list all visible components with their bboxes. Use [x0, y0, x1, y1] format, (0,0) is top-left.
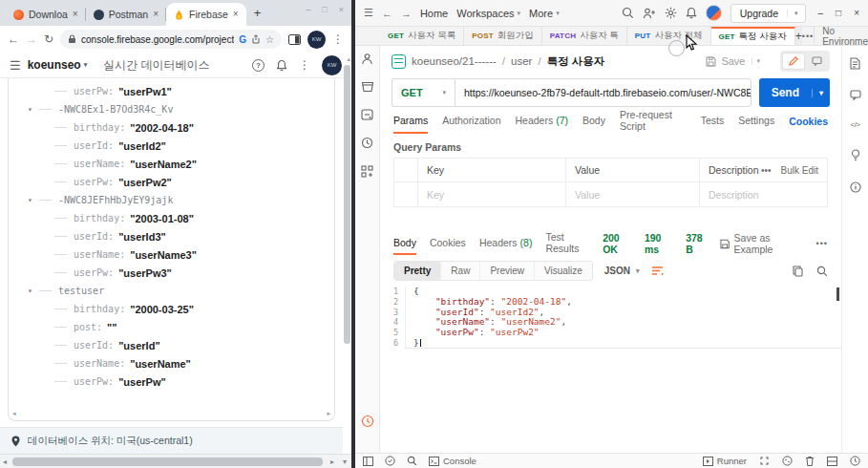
response-tab-body[interactable]: Body — [393, 232, 416, 255]
page-horizontal-scrollbar[interactable]: ◂ ▸ ▾ — [0, 454, 351, 468]
pm-minimize-button[interactable]: – — [818, 8, 824, 18]
method-select[interactable]: GET▾ — [392, 78, 455, 107]
tab-tests[interactable]: Tests — [701, 109, 725, 134]
more-menu[interactable]: More▾ — [529, 8, 560, 19]
response-more-icon[interactable]: ••• — [816, 239, 828, 248]
app-menu-icon[interactable]: ☰ — [364, 7, 373, 19]
tree-row[interactable]: ▾-NWC8Ex1-B7Od3R4c_Kv — [9, 100, 334, 118]
forward-button[interactable]: → — [26, 32, 37, 46]
browser-tab[interactable]: Firebase× — [166, 3, 246, 26]
browser-tab[interactable]: Postman× — [86, 3, 166, 26]
scroll-left-arrow[interactable]: ◂ — [3, 457, 7, 466]
console-button[interactable]: Console — [429, 456, 476, 466]
tree-row[interactable]: userName:"userName2" — [9, 155, 334, 173]
close-button[interactable]: × — [339, 5, 344, 14]
view-tab-preview[interactable]: Preview — [480, 262, 535, 280]
back-button[interactable]: ← — [8, 32, 19, 46]
param-key-input[interactable]: Key — [417, 182, 565, 206]
project-selector[interactable]: koeunseo▾ — [28, 58, 88, 72]
code-icon[interactable]: </> — [850, 120, 859, 129]
tree-row[interactable]: userId:"userId3" — [9, 227, 334, 245]
tree-row[interactable]: birthday:"2002-04-18" — [9, 118, 334, 137]
online-status-icon[interactable] — [385, 456, 395, 466]
find-icon[interactable] — [407, 456, 417, 466]
tree-row[interactable]: userPw:"userPw" — [9, 372, 334, 391]
search-response-icon[interactable] — [816, 266, 828, 277]
send-options-chevron[interactable]: ▾ — [812, 89, 830, 97]
copy-icon[interactable] — [793, 266, 803, 277]
scroll-corner-arrow[interactable]: ▾ — [343, 457, 347, 466]
tree-row[interactable]: userName:"userName" — [9, 354, 334, 372]
sidebar-toggle-icon[interactable] — [363, 457, 373, 466]
new-tab-button[interactable]: + — [254, 6, 262, 20]
notifications-bell-icon[interactable] — [686, 7, 697, 19]
view-tab-raw[interactable]: Raw — [441, 262, 480, 280]
google-icon[interactable]: G — [239, 34, 246, 45]
tab-headers[interactable]: Headers(7) — [515, 109, 568, 134]
param-description-input[interactable]: Description — [699, 182, 827, 206]
param-value-input[interactable]: Value — [565, 182, 699, 206]
request-url-input[interactable]: https://koeunseo-2fb79-default-rtdb.fire… — [455, 78, 752, 107]
minimize-button[interactable]: – — [306, 5, 310, 14]
bulb-icon[interactable] — [851, 149, 860, 161]
tree-row[interactable]: userPw:"userPw3" — [9, 264, 334, 282]
size-badge[interactable]: 378 B — [686, 232, 710, 255]
address-bar[interactable]: console.firebase.google.com/project/koeu… — [60, 30, 282, 49]
horizontal-scrollbar-thumb[interactable] — [12, 457, 323, 466]
environments-icon[interactable] — [361, 109, 373, 120]
tab-close-icon[interactable]: × — [233, 10, 239, 19]
save-as-example-button[interactable]: Save as Example — [720, 232, 806, 255]
request-tab[interactable]: GET특정 사용자 — [711, 27, 795, 45]
firebase-avatar[interactable]: KW — [322, 55, 342, 75]
tab-body[interactable]: Body — [582, 109, 605, 134]
tree-row[interactable]: userName:"userName3" — [9, 245, 334, 264]
history-icon[interactable] — [361, 137, 373, 149]
tab-authorization[interactable]: Authorization — [442, 109, 500, 134]
maximize-button[interactable]: □ — [322, 5, 327, 14]
nav-forward-button[interactable]: → — [401, 8, 412, 19]
invite-user-icon[interactable] — [643, 8, 656, 19]
tab-pre-request-script[interactable]: Pre-request Script — [620, 109, 687, 134]
flows-icon[interactable] — [361, 165, 373, 178]
share-icon[interactable] — [251, 34, 261, 44]
split-screen-icon[interactable] — [288, 34, 301, 45]
request-tab[interactable]: POST회원가입 — [464, 27, 542, 45]
scroll-right-arrow[interactable]: ▸ — [330, 457, 334, 466]
cookies-status-icon[interactable] — [782, 456, 793, 466]
language-select[interactable]: JSON▾ — [601, 266, 644, 276]
save-button[interactable]: Save ▾ — [706, 55, 764, 67]
tree-row[interactable]: birthday:"2000-03-25" — [9, 300, 334, 318]
tree-row[interactable]: userPw:"userPw1" — [9, 82, 334, 100]
request-tab[interactable]: GET사용자 목록 — [380, 27, 464, 45]
trash-icon[interactable] — [805, 456, 815, 466]
refresh-button[interactable]: ↻ — [44, 32, 53, 46]
workspaces-menu[interactable]: Workspaces▾ — [456, 8, 520, 19]
new-request-tab-button[interactable]: + — [795, 27, 802, 45]
tree-row[interactable]: userId:"userId2" — [9, 137, 334, 155]
collections-icon[interactable] — [361, 81, 374, 93]
response-body-editor[interactable]: 1{2 "birthday": "2002-04-18",3 "userId":… — [380, 287, 841, 349]
star-icon[interactable]: ☆ — [265, 34, 274, 45]
comment-icon[interactable] — [850, 90, 861, 100]
tree-row[interactable]: ▾testuser — [9, 282, 334, 300]
capture-icon[interactable] — [759, 456, 770, 466]
pm-maximize-button[interactable]: □ — [836, 8, 841, 18]
help-clock-icon[interactable] — [850, 456, 860, 466]
browser-tab[interactable]: Downloa× — [6, 3, 86, 26]
view-tab-pretty[interactable]: Pretty — [394, 262, 441, 280]
expand-toggle-icon[interactable]: ▾ — [28, 287, 39, 295]
comment-mode-button[interactable] — [805, 53, 828, 70]
edit-mode-button[interactable] — [782, 53, 805, 70]
tree-row[interactable]: ▾-NWC8JEFhHbJyEY9jajk — [9, 191, 334, 209]
postman-logo[interactable] — [706, 5, 722, 21]
help-icon[interactable]: ? — [252, 59, 265, 72]
card-horizontal-scrollbar[interactable]: ◂▸ — [12, 409, 330, 417]
firebase-kebab-icon[interactable]: ⋮ — [299, 58, 310, 72]
scrollbar-up-arrow[interactable]: ▴ — [347, 55, 350, 63]
hamburger-icon[interactable]: ☰ — [10, 58, 21, 73]
vertical-scrollbar-thumb[interactable] — [344, 65, 350, 344]
home-link[interactable]: Home — [420, 8, 448, 19]
tree-row[interactable]: userPw:"userPw2" — [9, 173, 334, 191]
tab-settings[interactable]: Settings — [738, 109, 774, 134]
response-tab-test-results[interactable]: Test Results — [545, 232, 589, 255]
